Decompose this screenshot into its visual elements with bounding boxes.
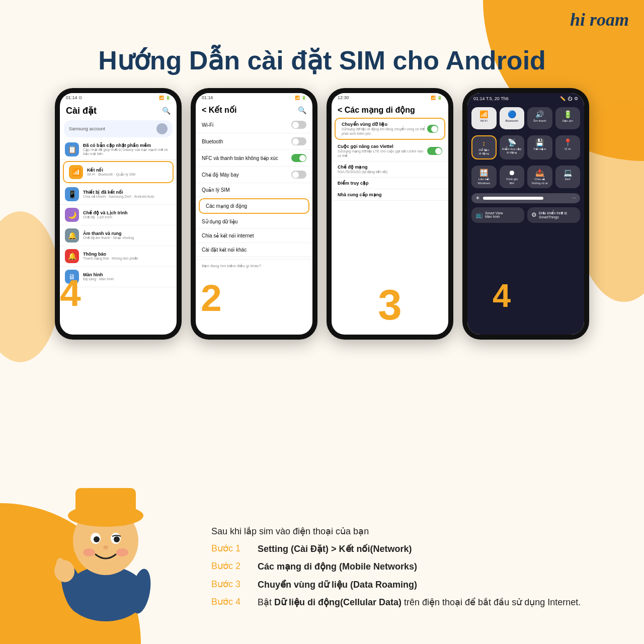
phone-2-step-badge: 2: [201, 276, 222, 319]
other-settings-item[interactable]: Cài đặt kết nối khác: [196, 243, 312, 257]
phone-4-step-badge: 4: [493, 277, 511, 314]
qs-time: 01:14 T.5, 20 Th6: [473, 96, 509, 101]
update-icon: 📋: [65, 142, 79, 156]
viettel-item[interactable]: Cuộc gọi nâng cao Viettel Sử dụng mạng d…: [332, 141, 448, 162]
step-3-label: Bước 3: [211, 579, 252, 590]
qs-status-bar: 01:14 T.5, 20 Th6 ✏️⏻⚙: [467, 93, 584, 104]
roaming-item[interactable]: Chuyển vùng dữ liệu Sử dụng dữ liệu di đ…: [335, 118, 445, 140]
step-2-label: Bước 2: [211, 560, 252, 572]
qs-battery-icon: 🔋: [564, 110, 572, 118]
qs-location-tile[interactable]: 📍 Vị trí: [555, 135, 581, 159]
qs-bt-tile[interactable]: 🔵 Bluetooth: [500, 107, 525, 129]
svg-point-10: [83, 548, 95, 556]
qs-hotspot-tile[interactable]: 📡 Điểm truy cậpdi động: [500, 135, 525, 159]
qs-smartthings-tile[interactable]: ⚙ Điều khiển thiết bị SmartThings: [527, 207, 580, 223]
page-title: Hướng Dẫn cài đặt SIM cho Android: [0, 45, 644, 75]
svg-point-7: [94, 536, 100, 542]
qs-save-label: Tiết kiệm: [533, 147, 546, 151]
instr-step-4: Bước 4 Bật Dữ liệu di động(Cellular Data…: [211, 596, 614, 609]
qs-location-icon: 📍: [564, 138, 572, 146]
sound-text: Âm thanh và rung Chế độ âm thanh · Nhạc …: [83, 231, 172, 240]
qs-data-tile[interactable]: ↕ Dữ liệudi động: [471, 135, 497, 159]
qs-dex-label: DeX: [565, 178, 571, 181]
data-usage-item[interactable]: Sử dụng dữ liệu: [196, 215, 312, 229]
nfc-item[interactable]: NFC và thanh toán không tiếp xúc: [196, 150, 312, 167]
qs-windows-label: Liên kếtWindows: [478, 178, 490, 185]
nfc-toggle[interactable]: [291, 154, 306, 162]
setting-item-mode: 🌙 Chế độ và Lịch trình Chế độ · Lịch trì…: [60, 205, 177, 225]
search-icon[interactable]: 🔍: [162, 107, 171, 115]
phone-2-time: 01:16: [202, 95, 213, 100]
device-icon: 📱: [65, 187, 79, 201]
qs-dex-tile[interactable]: 💻 DeX: [555, 166, 581, 188]
network-mode-item[interactable]: Chế độ mạng 5G/LTE/3G/2G (tự động kết nố…: [332, 162, 448, 178]
smartthings-label: Điều khiển thiết bị SmartThings: [539, 211, 576, 219]
notif-text: Thông báo Thanh trạng thái · Không làm p…: [83, 252, 172, 261]
apn-item[interactable]: Điểm truy cập: [332, 178, 448, 189]
qs-battery-tile[interactable]: 🔋 Dọc pin: [555, 107, 581, 129]
notif-icon: 🔔: [65, 249, 79, 263]
sound-icon: 🔔: [65, 228, 79, 243]
instr-step-3: Bước 3 Chuyển vùng dữ liệu (Data Roaming…: [211, 579, 614, 591]
phone-2-search-icon[interactable]: 🔍: [298, 106, 306, 114]
qs-battery-label: Dọc pin: [562, 119, 573, 123]
qs-record-tile[interactable]: ⏺ Trình ghiMH: [500, 166, 525, 188]
account-avatar: [156, 123, 168, 134]
setting-item-ketoi[interactable]: 📶 Kết nối Wi-Fi · Bluetooth · Quản lý SI…: [63, 161, 174, 183]
qs-wifi-icon: 📶: [479, 110, 488, 118]
setting-item-sound: 🔔 Âm thanh và rung Chế độ âm thanh · Nhạ…: [60, 225, 177, 246]
phone-2-title: < Kết nối: [202, 105, 236, 115]
phone-2-icons: 📶🔋: [295, 96, 306, 100]
wifi-toggle[interactable]: [291, 121, 306, 129]
setting-item-update: 📋 Đã có bản cập nhật phần mềm Cập nhật đ…: [60, 139, 177, 160]
phone-1-title: Cài đặt: [66, 105, 97, 116]
qs-windows-tile[interactable]: 🪟 Liên kếtWindows: [471, 166, 497, 188]
bluetooth-item[interactable]: Bluetooth: [196, 133, 312, 150]
qs-smartview-tile[interactable]: 📺 Smart ViewMàn hình: [471, 207, 524, 223]
phone-1-content: Cài đặt 🔍 Samsung account 📋 Đã có bản cậ…: [60, 102, 177, 287]
quick-settings: 01:14 T.5, 20 Th6 ✏️⏻⚙ 📶 Wi-Fi: [467, 93, 584, 335]
hotspot-item[interactable]: Chia sẻ kết nối internet: [196, 229, 312, 243]
airplane-item[interactable]: Chế độ Máy bay: [196, 167, 312, 183]
step-1-label: Bước 1: [211, 543, 252, 554]
qs-wifi-label: Wi-Fi: [480, 119, 488, 123]
phone-4-screen: 01:14 T.5, 20 Th6 ✏️⏻⚙ 📶 Wi-Fi: [467, 93, 584, 335]
qs-wifi-tile[interactable]: 📶 Wi-Fi: [471, 107, 497, 129]
phone-1-status-icons: 📶🔋: [159, 96, 171, 100]
instructions-section: Sau khi lắp sim vào điện thoại của bạn B…: [211, 526, 614, 614]
step-4-label: Bước 4: [211, 596, 252, 607]
instr-step-2: Bước 2 Các mạng di động (Mobile Networks…: [211, 560, 614, 573]
phone-3-icons: 📶🔋: [431, 96, 442, 100]
sim-item[interactable]: Quản lý SIM: [196, 183, 312, 197]
qs-share-tile[interactable]: 📤 Chia sẻKhông có ai: [527, 166, 552, 188]
phone-4: 01:14 T.5, 20 Th6 ✏️⏻⚙ 📶 Wi-Fi: [462, 88, 589, 340]
step-4-text: Bật Dữ liệu di động(Cellular Data) trên …: [258, 596, 581, 609]
qs-sound-tile[interactable]: 🔊 Âm thanh: [527, 107, 552, 129]
smartview-label: Smart ViewMàn hình: [485, 211, 503, 218]
logo-hi: hi: [570, 10, 585, 30]
phone-1-status-bar: 01:14 ⊙ 📶🔋: [60, 93, 177, 102]
qs-dex-icon: 💻: [564, 169, 572, 177]
step-2-text: Các mạng di động (Mobile Networks): [258, 560, 417, 573]
wifi-item[interactable]: Wi-Fi: [196, 117, 312, 133]
bluetooth-toggle[interactable]: [291, 137, 306, 145]
qs-grid-row3: 🪟 Liên kếtWindows ⏺ Trình ghiMH 📤 Chia s…: [467, 163, 584, 191]
mobile-networks-item[interactable]: Các mạng di động: [199, 198, 309, 214]
step-3-text: Chuyển vùng dữ liệu (Data Roaming): [258, 579, 417, 591]
smartview-icon: 📺: [475, 211, 483, 218]
roaming-toggle[interactable]: [427, 125, 438, 133]
airplane-toggle[interactable]: [291, 171, 306, 179]
phone-3-header: < Các mạng di động: [332, 102, 448, 117]
qs-save-tile[interactable]: 💾 Tiết kiệm: [527, 135, 552, 159]
phone-2-header: < Kết nối 🔍: [196, 102, 312, 117]
phone-3-status-bar: 12:30 📶🔋: [332, 93, 448, 102]
provider-item[interactable]: Nhà cung cấp mạng: [332, 189, 448, 201]
qs-hotspot-label: Điểm truy cậpdi động: [502, 147, 521, 154]
qs-data-icon: ↕: [482, 139, 486, 147]
smartthings-icon: ⚙: [531, 211, 537, 218]
brightness-bar: [483, 197, 543, 200]
brightness-more-icon[interactable]: ⋯: [572, 196, 576, 200]
ketoi-text: Kết nối Wi-Fi · Bluetooth · Quản lý SIM: [87, 168, 168, 177]
qs-brightness[interactable]: ☀ ⋯: [471, 193, 580, 203]
viettel-toggle[interactable]: [427, 147, 442, 155]
